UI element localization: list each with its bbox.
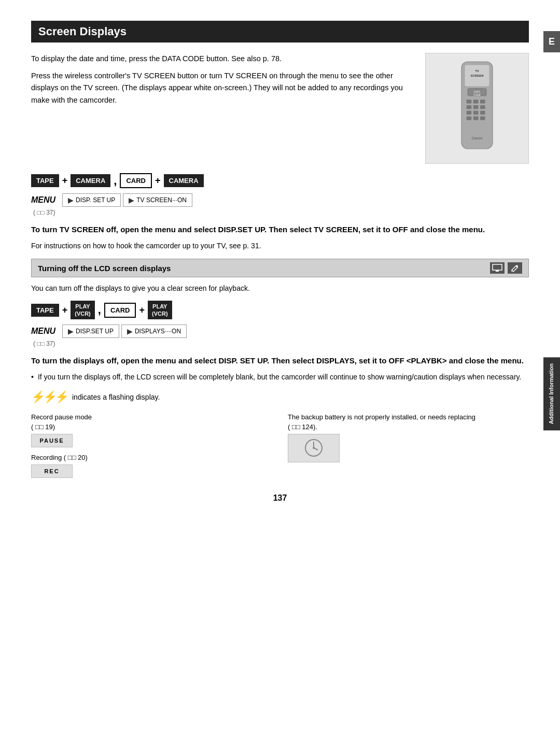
svg-text:DATA: DATA [474, 91, 481, 93]
play-vcr-button-2: PLAY (VCR) [148, 301, 172, 320]
menu-section-1: MENU ▶ DISP. SET UP ▶ TV SCREEN···ON ( □… [31, 193, 529, 216]
svg-rect-15 [480, 111, 485, 115]
plus-operator-3: + [62, 305, 68, 316]
svg-rect-7 [467, 100, 472, 103]
additional-info-sidebar: Additional Information [543, 357, 560, 430]
recording-display: REC [31, 464, 73, 478]
lcd-icon-svg [492, 264, 502, 272]
backup-battery-page: ( □□ 124). [288, 422, 529, 432]
arrow-icon-2: ▶ [129, 196, 134, 204]
svg-text:TV: TV [475, 69, 479, 73]
menu-step2-2: ▶ DISPLAYS····ON [121, 324, 187, 338]
menu-step2-1: ▶ TV SCREEN···ON [123, 193, 192, 207]
para2: Press the wireless controller's TV SCREE… [31, 70, 415, 106]
arrow-icon-3: ▶ [68, 327, 74, 335]
flash-icon: ⚡⚡⚡ [31, 390, 67, 404]
plus-operator-1: + [62, 175, 68, 186]
flash-text: indicates a flashing display. [72, 393, 160, 401]
bullet-dot: • [31, 371, 34, 383]
svg-rect-12 [480, 105, 485, 109]
bold-instruction-2: To turn the displays off, open the menu … [31, 355, 529, 367]
svg-rect-8 [473, 100, 479, 103]
svg-rect-20 [493, 264, 502, 270]
menu-row-2: MENU ▶ DISP.SET UP ▶ DISPLAYS····ON [31, 324, 529, 338]
remote-svg: TV SCREEN DATA CODE Cano [446, 59, 508, 158]
record-info-right: The backup battery is not properly insta… [288, 412, 529, 468]
record-pause-page: ( □□ 19) [31, 422, 272, 432]
regular-text-1: For instructions on how to hook the camc… [31, 240, 529, 251]
arrow-icon-1: ▶ [68, 196, 74, 204]
menu-label-2: MENU [31, 327, 62, 336]
menu-row-1: MENU ▶ DISP. SET UP ▶ TV SCREEN···ON [31, 193, 529, 207]
top-text-block: To display the date and time, press the … [31, 53, 415, 164]
lcd-icon [490, 262, 505, 274]
backup-battery-label: The backup battery is not properly insta… [288, 412, 529, 422]
svg-rect-11 [473, 105, 479, 109]
plus-operator-4: + [139, 305, 145, 316]
record-pause-display: PAUSE [31, 434, 73, 448]
bottom-info-area: Record pause mode ( □□ 19) PAUSE Recordi… [31, 412, 529, 484]
arrow-icon-4: ▶ [127, 327, 133, 335]
play-vcr-button-1: PLAY (VCR) [71, 301, 95, 320]
recording-label: Recording ( □□ 20) [31, 453, 272, 463]
svg-text:SCREEN: SCREEN [470, 74, 483, 77]
svg-rect-18 [480, 117, 485, 120]
bullet-text: If you turn the displays off, the LCD sc… [38, 371, 522, 383]
record-info-left: Record pause mode ( □□ 19) PAUSE Recordi… [31, 412, 272, 484]
comma-2: , [98, 303, 101, 317]
camera-button-1: CAMERA [71, 174, 110, 187]
svg-rect-14 [473, 111, 479, 115]
svg-text:CODE: CODE [473, 94, 481, 96]
menu-step1-text-1: DISP. SET UP [76, 196, 115, 204]
menu-page-ref-2: ( □□ 37) [33, 340, 529, 347]
svg-rect-13 [467, 111, 472, 115]
tape-button-1: TAPE [31, 174, 59, 187]
pen-icon [508, 262, 522, 274]
svg-point-25 [313, 447, 315, 449]
para1: To display the date and time, press the … [31, 53, 415, 65]
menu-page-ref-1: ( □□ 37) [33, 209, 529, 216]
section-title: Screen Displays [31, 21, 529, 43]
top-content-area: To display the date and time, press the … [31, 53, 529, 164]
button-row-2: TAPE + PLAY (VCR) , CARD + PLAY (VCR) [31, 301, 529, 320]
regular-text-2: You can turn off the displays to give yo… [31, 283, 529, 294]
button-row-1: TAPE + CAMERA , CARD + CAMERA [31, 173, 529, 188]
card-button-1: CARD [120, 173, 152, 188]
record-pause-label: Record pause mode [31, 412, 272, 422]
plus-operator-2: + [155, 175, 161, 186]
camera-button-2: CAMERA [164, 174, 204, 187]
svg-rect-17 [473, 117, 479, 120]
bold-instruction-1: To turn TV SCREEN off, open the menu and… [31, 223, 529, 236]
flash-indicator-row: ⚡⚡⚡ indicates a flashing display. [31, 390, 529, 404]
pen-icon-svg [510, 263, 520, 273]
svg-rect-21 [496, 270, 499, 272]
menu-label-1: MENU [31, 195, 62, 205]
recording-item: Recording ( □□ 20) REC [31, 453, 272, 478]
svg-text:Canon: Canon [471, 136, 482, 140]
battery-clock-icon [303, 437, 324, 458]
menu-step1-1: ▶ DISP. SET UP [62, 193, 121, 207]
sub-section-title: Turning off the LCD screen displays [38, 264, 171, 273]
e-tab: E [543, 31, 560, 52]
battery-icon-box [288, 434, 340, 462]
menu-step1-2: ▶ DISP.SET UP [62, 324, 119, 338]
svg-rect-10 [467, 105, 472, 109]
menu-step1-text-2: DISP.SET UP [76, 328, 114, 335]
backup-battery-item: The backup battery is not properly insta… [288, 412, 529, 462]
bullet-item: • If you turn the displays off, the LCD … [31, 371, 529, 383]
menu-section-2: MENU ▶ DISP.SET UP ▶ DISPLAYS····ON ( □□… [31, 324, 529, 347]
svg-rect-9 [480, 100, 485, 103]
remote-illustration: TV SCREEN DATA CODE Cano [425, 53, 529, 164]
card-button-2: CARD [104, 303, 136, 318]
comma-1: , [114, 174, 117, 188]
svg-rect-16 [467, 117, 472, 120]
menu-step2-text-1: TV SCREEN···ON [136, 196, 187, 204]
menu-step2-text-2: DISPLAYS····ON [135, 328, 181, 335]
tape-button-2: TAPE [31, 304, 59, 317]
sub-section-icons [490, 262, 522, 274]
page-number: 137 [31, 493, 529, 503]
sub-section-bar: Turning off the LCD screen displays [31, 259, 529, 277]
record-pause-item: Record pause mode ( □□ 19) PAUSE [31, 412, 272, 448]
